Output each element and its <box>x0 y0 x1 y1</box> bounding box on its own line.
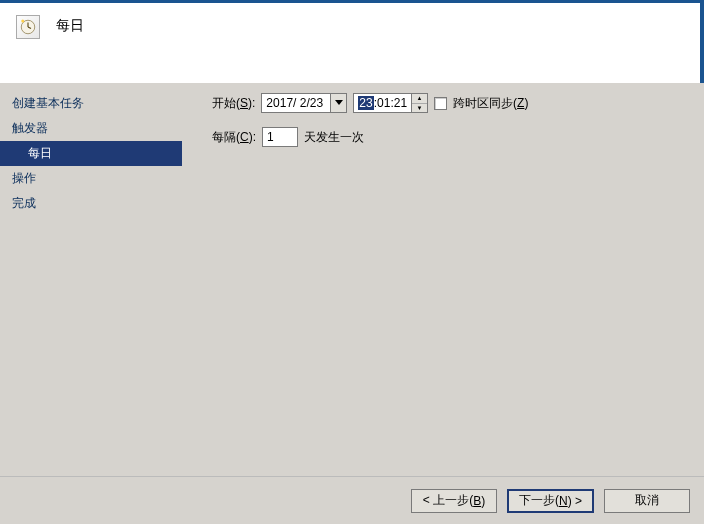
chevron-down-icon[interactable] <box>330 94 346 112</box>
spinner-up-icon[interactable]: ▲ <box>412 94 427 103</box>
spinner-down-icon[interactable]: ▼ <box>412 103 427 113</box>
start-time-picker[interactable]: 23:01:21 ▲ ▼ <box>353 93 428 113</box>
sidebar-item-finish[interactable]: 完成 <box>0 191 182 216</box>
wizard-steps-sidebar: 创建基本任务 触发器 每日 操作 完成 <box>0 83 182 524</box>
interval-suffix: 天发生一次 <box>304 129 364 146</box>
start-label: 开始(S): <box>212 95 255 112</box>
svg-point-3 <box>21 20 24 23</box>
time-spinner[interactable]: ▲ ▼ <box>411 94 427 112</box>
timezone-sync-label: 跨时区同步(Z) <box>453 95 528 112</box>
wizard-header: 每日 <box>0 3 704 83</box>
next-button[interactable]: 下一步(N) > <box>507 489 594 513</box>
sidebar-item-daily[interactable]: 每日 <box>0 141 182 166</box>
svg-marker-4 <box>335 100 343 105</box>
sidebar-item-trigger[interactable]: 触发器 <box>0 116 182 141</box>
start-date-value[interactable]: 2017/ 2/23 <box>262 94 330 112</box>
interval-label: 每隔(C): <box>212 129 256 146</box>
wizard-footer: < 上一步(B) 下一步(N) > 取消 <box>0 476 704 524</box>
start-date-picker[interactable]: 2017/ 2/23 <box>261 93 347 113</box>
interval-input[interactable]: 1 <box>262 127 298 147</box>
wizard-title: 每日 <box>56 15 84 35</box>
cancel-button[interactable]: 取消 <box>604 489 690 513</box>
sidebar-item-action[interactable]: 操作 <box>0 166 182 191</box>
wizard-main-panel: 开始(S): 2017/ 2/23 23:01:21 ▲ ▼ <box>182 83 704 524</box>
back-button[interactable]: < 上一步(B) <box>411 489 497 513</box>
timezone-sync-checkbox[interactable] <box>434 97 447 110</box>
clock-icon <box>16 15 40 39</box>
start-time-value[interactable]: 23:01:21 <box>354 94 411 112</box>
sidebar-item-create-basic-task[interactable]: 创建基本任务 <box>0 91 182 116</box>
